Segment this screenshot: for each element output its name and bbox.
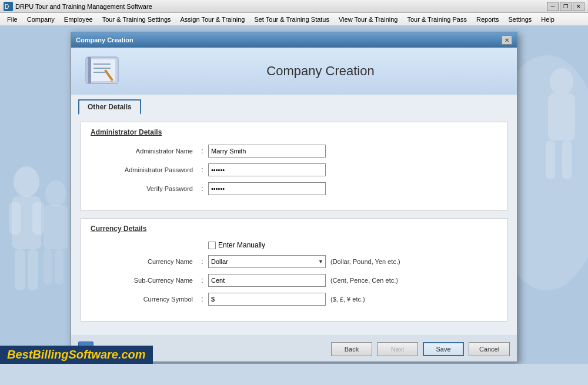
app-icon: D [4, 2, 13, 11]
title-bar-buttons: ─ ❐ ✕ [547, 2, 584, 11]
minimize-button[interactable]: ─ [547, 2, 559, 11]
currency-symbol-row: Currency Symbol : ($, £, ¥ etc.) [91, 293, 497, 306]
watermark: BestBillingSoftware.com [0, 346, 153, 364]
next-button[interactable]: Next [377, 342, 418, 356]
currency-name-hint: (Dollar, Pound, Yen etc.) [330, 258, 400, 265]
dialog-close-button[interactable]: ✕ [502, 35, 512, 45]
menu-item-company[interactable]: Company [22, 13, 59, 25]
menu-item-help[interactable]: Help [536, 13, 559, 25]
admin-password-colon: : [196, 166, 208, 174]
sub-currency-name-input[interactable] [208, 274, 326, 287]
svg-text:D: D [5, 4, 9, 10]
sub-currency-name-row: Sub-Currency Name : (Cent, Pence, Cen et… [91, 274, 497, 287]
svg-rect-5 [32, 202, 44, 235]
admin-section-title: Administrator Details [91, 128, 497, 136]
admin-password-label: Administrator Password [91, 166, 196, 173]
currency-symbol-input[interactable] [208, 293, 326, 306]
background-area: Company Creation ✕ Company Creation [0, 26, 588, 364]
enter-manually-row: Enter Manually [91, 241, 497, 249]
app-close-button[interactable]: ✕ [573, 2, 584, 11]
sub-currency-name-colon: : [196, 276, 208, 284]
tab-area: Other Details [71, 95, 517, 115]
cancel-button[interactable]: Cancel [469, 342, 510, 356]
app-title: DRPU Tour and Training Management Softwa… [15, 3, 547, 10]
svg-point-2 [14, 166, 39, 197]
enter-manually-label: Enter Manually [218, 241, 265, 249]
menu-item-settings[interactable]: Settings [504, 13, 537, 25]
admin-name-colon: : [196, 147, 208, 155]
sub-currency-hint: (Cent, Pence, Cen etc.) [330, 277, 398, 284]
currency-name-label: Currency Name [91, 258, 196, 265]
verify-password-label: Verify Password [91, 185, 196, 192]
tab-other-details[interactable]: Other Details [78, 99, 141, 115]
verify-password-row: Verify Password : [91, 182, 497, 195]
svg-rect-10 [44, 249, 52, 284]
admin-password-row: Administrator Password : [91, 163, 497, 176]
menu-item-employee[interactable]: Employee [59, 13, 98, 25]
menu-item-assign-tour[interactable]: Assign Tour & Training [176, 13, 250, 25]
currency-symbol-label: Currency Symbol [91, 296, 196, 303]
verify-password-input[interactable] [208, 182, 326, 195]
svg-point-8 [45, 180, 66, 206]
back-button[interactable]: Back [331, 342, 372, 356]
save-button[interactable]: Save [423, 342, 464, 356]
admin-details-section: Administrator Details Administrator Name… [81, 122, 507, 211]
svg-point-12 [550, 68, 573, 95]
watermark-text-billing: Billing [32, 348, 68, 361]
svg-rect-6 [15, 249, 25, 290]
dialog-header-title: Company Creation [136, 63, 505, 79]
svg-rect-11 [55, 249, 64, 284]
currency-name-row: Currency Name : Dollar Pound Yen Euro ▼ … [91, 255, 497, 268]
menu-item-file[interactable]: File [2, 13, 22, 25]
svg-rect-14 [546, 140, 555, 179]
menu-item-view-tour[interactable]: View Tour & Training [334, 13, 402, 25]
menu-item-set-status[interactable]: Set Tour & Training Status [249, 13, 334, 25]
svg-rect-7 [28, 249, 38, 290]
admin-name-input[interactable] [208, 145, 326, 158]
currency-name-select[interactable]: Dollar Pound Yen Euro [208, 255, 326, 268]
sub-currency-name-label: Sub-Currency Name [91, 277, 196, 284]
watermark-text-best: Best [7, 348, 32, 361]
currency-details-section: Currency Details Enter Manually Currency… [81, 218, 507, 322]
menu-item-tour-pass[interactable]: Tour & Training Pass [402, 13, 472, 25]
currency-name-colon: : [196, 257, 208, 266]
currency-section-title: Currency Details [91, 225, 497, 233]
menu-item-tour-settings[interactable]: Tour & Training Settings [98, 13, 176, 25]
verify-password-colon: : [196, 185, 208, 193]
svg-rect-4 [9, 202, 21, 235]
restore-button[interactable]: ❐ [560, 2, 572, 11]
watermark-text-suffix: Software.com [68, 348, 145, 361]
svg-rect-15 [562, 140, 572, 179]
currency-symbol-colon: : [196, 295, 208, 303]
currency-name-dropdown-wrapper: Dollar Pound Yen Euro ▼ [208, 255, 326, 268]
admin-password-input[interactable] [208, 163, 326, 176]
company-creation-dialog: Company Creation ✕ Company Creation [71, 32, 517, 362]
dialog-header: Company Creation [71, 48, 517, 95]
admin-name-row: Administrator Name : [91, 145, 497, 158]
admin-name-label: Administrator Name [91, 148, 196, 155]
dialog-body: Administrator Details Administrator Name… [71, 115, 517, 336]
background-figure [0, 146, 82, 346]
background-figure-right [529, 55, 588, 232]
enter-manually-checkbox[interactable] [208, 242, 216, 249]
menu-item-reports[interactable]: Reports [472, 13, 504, 25]
dialog-header-icon [83, 52, 124, 91]
svg-rect-21 [88, 57, 91, 83]
dialog-title-bar: Company Creation ✕ [71, 32, 517, 48]
title-bar: D DRPU Tour and Training Management Soft… [0, 0, 588, 13]
svg-rect-13 [548, 93, 575, 140]
svg-rect-9 [44, 205, 68, 249]
currency-symbol-hint: ($, £, ¥ etc.) [330, 296, 365, 303]
dialog-title: Company Creation [76, 36, 133, 43]
menu-bar: File Company Employee Tour & Training Se… [0, 13, 588, 26]
